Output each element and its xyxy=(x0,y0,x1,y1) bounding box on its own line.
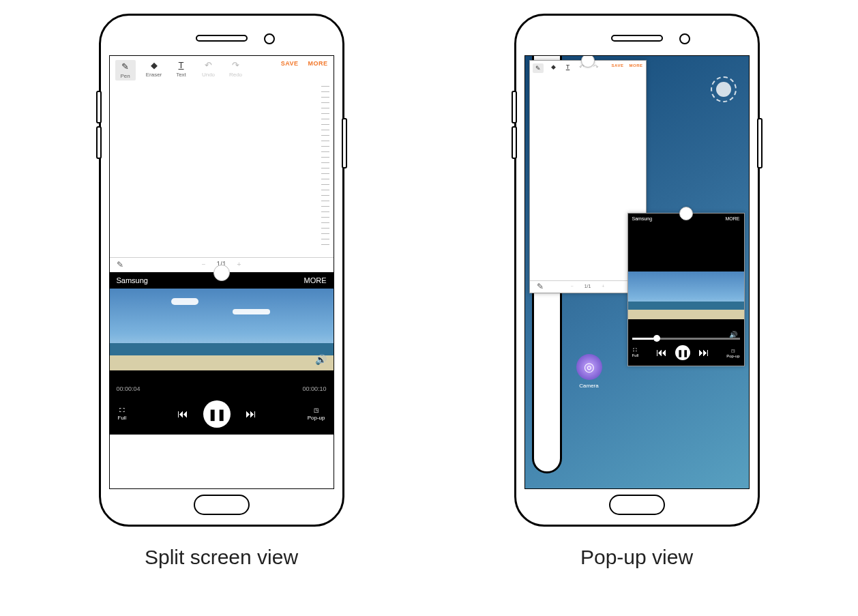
tool-eraser-label: Eraser xyxy=(146,72,162,78)
split-bottom-app[interactable]: Samsung MORE 🔊 xyxy=(110,272,334,488)
volume-up-button xyxy=(96,91,102,123)
home-button[interactable] xyxy=(609,495,665,515)
caption-popup: Pop-up view xyxy=(514,546,760,569)
popup-drag-handle[interactable] xyxy=(679,207,693,220)
figure-row: ✎ Pen ◆ Eraser T Text xyxy=(14,14,844,569)
page-next[interactable]: + xyxy=(237,261,241,268)
video-title: Samsung xyxy=(117,276,148,284)
ruler-scale xyxy=(321,86,329,249)
undo-icon: ↶ xyxy=(205,60,212,70)
notes-more-button[interactable]: MORE xyxy=(308,60,328,67)
video-title: Samsung xyxy=(632,216,653,221)
fullscreen-label: Full xyxy=(118,415,127,421)
phone-frame-popup: @ Email ◎ Camera ✆ Phone xyxy=(514,14,760,527)
figure-split: ✎ Pen ◆ Eraser T Text xyxy=(99,14,344,569)
popup-mode-button[interactable]: ◳ Pop-up xyxy=(308,407,325,421)
tool-redo-label: Redo xyxy=(229,72,242,78)
total-time: 00:00:10 xyxy=(302,385,326,392)
earpiece-speaker xyxy=(196,35,248,42)
tool-eraser[interactable]: ◆ xyxy=(549,63,558,70)
play-pause-button[interactable]: ❚❚ xyxy=(675,345,690,360)
redo-icon: ↷ xyxy=(593,63,599,70)
prev-track-icon[interactable]: ⏮ xyxy=(656,347,667,359)
edit-page-icon[interactable]: ✎ xyxy=(117,260,123,269)
phone-screen: ✎ Pen ◆ Eraser T Text xyxy=(109,55,334,489)
eraser-icon: ◆ xyxy=(551,63,556,70)
fullscreen-icon: ⛶ xyxy=(119,407,125,413)
tool-pen[interactable]: ✎ Pen xyxy=(115,60,136,80)
power-button xyxy=(757,118,763,168)
phone-screen: @ Email ◎ Camera ✆ Phone xyxy=(524,55,750,489)
notes-more-button[interactable]: MORE xyxy=(629,63,642,68)
next-track-icon[interactable]: ⏭ xyxy=(698,347,709,359)
volume-down-button xyxy=(96,126,102,159)
pause-icon: ❚❚ xyxy=(208,408,226,421)
popup-window-video[interactable]: Samsung MORE 🔊 xyxy=(627,213,745,366)
fullscreen-icon: ⛶ xyxy=(633,348,637,352)
power-button xyxy=(342,118,347,168)
video-controls: ⛶ Full ⏮ ❚❚ ⏭ ◳ Pop-up xyxy=(628,342,744,366)
tool-undo-label: Undo xyxy=(202,72,215,78)
popup-label: Pop-up xyxy=(726,354,739,358)
tool-pen[interactable]: ✎ xyxy=(533,63,544,73)
page-next[interactable]: + xyxy=(602,284,604,289)
prev-track-icon[interactable]: ⏮ xyxy=(177,408,188,420)
next-track-icon[interactable]: ⏭ xyxy=(246,408,256,420)
tool-text[interactable]: T Text xyxy=(173,60,190,78)
fullscreen-button[interactable]: ⛶ Full xyxy=(118,407,127,421)
popup-icon: ◳ xyxy=(314,407,319,413)
pause-icon: ❚❚ xyxy=(677,349,688,357)
pen-icon: ✎ xyxy=(535,65,541,72)
front-camera xyxy=(264,33,275,44)
text-icon: T xyxy=(566,63,570,70)
seek-bar[interactable] xyxy=(632,338,740,340)
tool-redo[interactable]: ↷ Redo xyxy=(227,60,245,78)
front-camera xyxy=(679,33,690,44)
edit-page-icon[interactable]: ✎ xyxy=(537,282,544,291)
tool-text-label: Text xyxy=(176,72,186,78)
tool-eraser[interactable]: ◆ Eraser xyxy=(145,60,163,78)
text-icon: T xyxy=(179,60,184,70)
home-button[interactable] xyxy=(194,495,250,515)
figure-popup: @ Email ◎ Camera ✆ Phone xyxy=(514,14,760,569)
weather-widget-icon[interactable] xyxy=(711,76,737,102)
elapsed-time: 00:00:04 xyxy=(117,385,140,392)
redo-icon: ↷ xyxy=(232,60,239,70)
phone-frame-split: ✎ Pen ◆ Eraser T Text xyxy=(99,14,344,527)
fullscreen-button[interactable]: ⛶ Full xyxy=(632,348,639,357)
video-frame[interactable] xyxy=(628,272,744,319)
video-more-button[interactable]: MORE xyxy=(304,276,327,284)
volume-icon[interactable]: 🔊 xyxy=(315,354,327,365)
notes-toolbar: ✎ Pen ◆ Eraser T Text xyxy=(110,56,334,80)
split-top-app[interactable]: ✎ Pen ◆ Eraser T Text xyxy=(110,56,334,272)
pen-icon: ✎ xyxy=(121,61,129,72)
volume-down-button xyxy=(512,126,517,159)
tool-undo[interactable]: ↶ Undo xyxy=(200,60,218,78)
page-prev[interactable]: − xyxy=(571,284,574,289)
time-bar: 00:00:04 00:00:10 xyxy=(110,370,334,396)
popup-icon: ◳ xyxy=(731,348,735,353)
notes-save-button[interactable]: SAVE xyxy=(612,63,624,68)
popup-mode-button[interactable]: ◳ Pop-up xyxy=(726,348,739,358)
video-frame[interactable]: 🔊 xyxy=(110,289,334,370)
eraser-icon: ◆ xyxy=(151,60,158,70)
earpiece-speaker xyxy=(611,35,663,42)
split-handle-icon[interactable] xyxy=(213,265,230,281)
page-indicator: 1/1 xyxy=(585,284,591,289)
video-controls: ⛶ Full ⏮ ❚❚ ⏭ ◳ xyxy=(110,396,334,435)
tool-text[interactable]: T xyxy=(563,63,572,70)
tool-redo[interactable]: ↷ xyxy=(592,63,601,70)
tool-undo[interactable]: ↶ xyxy=(578,63,587,70)
fullscreen-label: Full xyxy=(632,353,639,357)
play-pause-button[interactable]: ❚❚ xyxy=(203,400,231,428)
caption-split: Split screen view xyxy=(99,546,344,569)
tool-pen-label: Pen xyxy=(120,73,130,79)
video-black-bottom: 🔊 xyxy=(628,319,744,342)
notes-save-button[interactable]: SAVE xyxy=(281,60,299,67)
video-black-top xyxy=(628,224,744,272)
undo-icon: ↶ xyxy=(579,63,585,70)
notes-canvas[interactable] xyxy=(110,80,334,258)
video-more-button[interactable]: MORE xyxy=(726,216,740,221)
volume-up-button xyxy=(512,91,517,123)
page-prev[interactable]: − xyxy=(202,261,206,268)
